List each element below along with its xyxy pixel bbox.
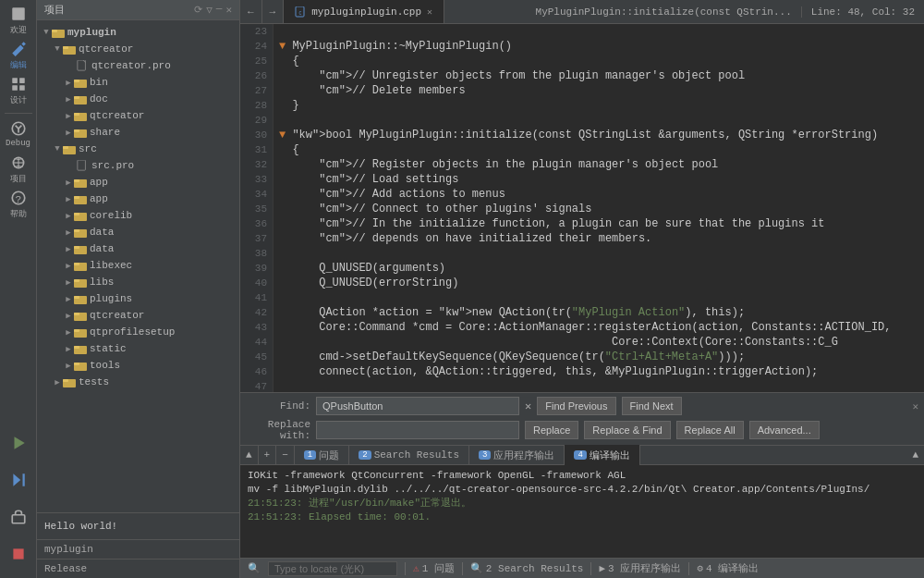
status-app-output[interactable]: ▶ 3 应用程序输出 [599,561,681,575]
output-tab-compile[interactable]: 4 编译输出 [565,445,639,465]
sync-icon[interactable]: ⟳ [194,4,202,16]
panel-header: 项目 ⟳ ▽ ─ ✕ [37,0,239,20]
find-clear-button[interactable]: ✕ [525,400,531,413]
status-issues[interactable]: ⚠ 1 问题 [413,561,455,575]
stop-button[interactable] [2,537,35,571]
tree-item[interactable]: ▼ qtcreator [37,41,239,57]
sidebar-item-edit[interactable]: 编辑 [2,39,35,72]
find-input[interactable] [316,397,519,415]
sidebar-item-help[interactable]: ? 帮助 [2,188,35,221]
code-line: "cm">// Delete members [279,83,924,98]
svg-rect-31 [63,146,68,149]
code-line: { [279,142,924,157]
sidebar-item-debug[interactable]: Debug [2,117,35,151]
line-number: 37 [240,231,267,246]
sidebar-item-project[interactable]: 项目 [2,153,35,186]
svg-rect-54 [74,346,79,349]
line-number: 42 [240,305,267,320]
code-line: "cm">// In the initialize function, a pl… [279,216,924,231]
output-area: IOKit -framework QtConcurrent -framework… [240,465,924,558]
code-line: "cm">// depends on have initialized thei… [279,231,924,246]
tree-item[interactable]: ▶ app [37,174,239,191]
status-search-results[interactable]: 🔍 2 Search Results [470,562,584,574]
find-row: Find: ✕ Find Previous Find Next ✕ [246,397,918,415]
panel-title: 项目 [44,3,65,17]
tree-item[interactable]: ▶ tools [37,357,239,374]
tree-item[interactable]: ▶ qtcreator [37,307,239,324]
code-line: } [279,98,924,113]
tab-close-button[interactable]: ✕ [427,6,432,18]
svg-rect-36 [74,196,79,199]
tree-item[interactable]: ▼ src [37,141,239,157]
output-tab-appout[interactable]: 3 应用程序输出 [469,445,565,465]
tree-item[interactable]: ▶ qtcreator [37,107,239,124]
tree-item[interactable]: ▶ plugins [37,290,239,307]
replace-row: Replace with: Replace Replace & Find Rep… [246,419,918,441]
output-minus-icon[interactable]: − [276,445,295,465]
close-icon[interactable]: ✕ [225,4,232,16]
output-collapse-button[interactable]: ▲ [906,445,924,465]
svg-rect-34 [74,179,79,182]
tree-item[interactable]: ▶ bin [37,74,239,91]
svg-rect-27 [74,113,79,116]
code-content[interactable]: ▼ MyPluginPlugin::~MyPluginPlugin() { "c… [274,24,924,392]
filter-icon[interactable]: ▽ [206,4,213,16]
issues-tab-label: 问题 [319,449,339,462]
tree-item[interactable]: ▶ data [37,224,239,240]
find-next-button[interactable]: Find Next [622,397,682,415]
tree-item[interactable]: ▶ data [37,240,239,257]
tree-item[interactable]: ▶ share [37,124,239,141]
tree-item[interactable]: ▶ doc [37,91,239,107]
tree-item[interactable]: ▶ qtprofilesetup [37,324,239,340]
tree-item-label: libs [90,277,114,288]
tree-item[interactable]: ▶ static [37,340,239,357]
replace-button[interactable]: Replace [525,421,578,439]
locate-input[interactable] [268,561,397,576]
tree-item[interactable]: ▶ tests [37,374,239,390]
code-line [279,24,924,39]
tree-item[interactable]: qtcreator.pro [37,57,239,74]
replace-all-button[interactable]: Replace All [676,421,744,439]
minimize-icon[interactable]: ─ [216,4,223,16]
replace-and-find-button[interactable]: Replace & Find [584,421,670,439]
line-number: 30 [240,128,267,142]
tree-item[interactable]: ▶ corelib [37,207,239,224]
svg-marker-13 [13,473,20,486]
sidebar-item-welcome[interactable]: 欢迎 [2,4,35,37]
output-tab-search[interactable]: 2 Search Results [349,445,469,465]
run-button[interactable] [2,426,35,460]
output-tab-issues[interactable]: 1 问题 [295,445,349,465]
line-number: 29 [240,113,267,128]
replace-label: Replace with: [246,419,310,441]
find-close-button[interactable]: ✕ [912,400,918,412]
debug-run-button[interactable] [2,463,35,497]
tree-item-label: share [90,127,120,138]
output-line: 21:51:23: 进程"/usr/bin/make"正常退出。 [248,497,917,510]
compile-badge: 4 [574,450,586,460]
tree-item[interactable]: src.pro [37,157,239,174]
welcome-label: 欢迎 [10,24,27,36]
find-previous-button[interactable]: Find Previous [537,397,615,415]
build-button[interactable] [2,500,35,534]
tree-root[interactable]: ▼ myplugin [37,24,239,41]
appout-tab-label: 应用程序输出 [493,449,554,462]
line-numbers: 2324252627282930313233343536373839404142… [240,24,274,392]
output-toggle-icon[interactable]: ▲ [240,445,259,465]
issues-count-label: 1 问题 [422,561,455,575]
replace-input[interactable] [316,421,519,439]
tree-item[interactable]: ▶ app [37,191,239,207]
file-tab-left[interactable]: ← [240,0,262,24]
search-results-label: 2 Search Results [486,563,584,574]
search-icon: 🔍 [248,562,261,574]
output-plus-icon[interactable]: + [259,445,277,465]
tree-item[interactable]: ▶ libexec [37,257,239,274]
folder-icon [74,127,87,138]
status-separator [688,562,689,575]
status-compile-output[interactable]: ⚙ 4 编译输出 [697,561,759,575]
sidebar-item-design[interactable]: 设计 [2,74,35,107]
editor-tab[interactable]: C mypluginplugin.cpp ✕ [284,0,444,24]
file-tab-right[interactable]: → [262,0,285,24]
tree-item[interactable]: ▶ libs [37,274,239,290]
advanced-button[interactable]: Advanced... [749,421,820,439]
line-number: 44 [240,335,267,350]
